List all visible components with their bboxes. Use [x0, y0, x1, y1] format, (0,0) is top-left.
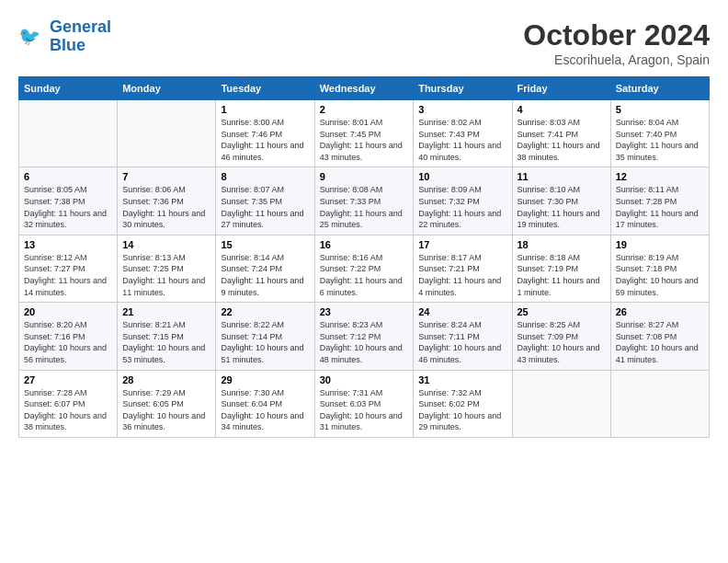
day-info: Sunrise: 8:21 AMSunset: 7:15 PMDaylight:… — [122, 319, 210, 365]
day-number: 10 — [418, 171, 506, 182]
calendar-week-row: 13Sunrise: 8:12 AMSunset: 7:27 PMDayligh… — [19, 235, 710, 302]
calendar-cell: 6Sunrise: 8:05 AMSunset: 7:38 PMDaylight… — [19, 167, 118, 235]
day-info: Sunrise: 8:11 AMSunset: 7:28 PMDaylight:… — [616, 184, 704, 230]
calendar-week-row: 27Sunrise: 7:28 AMSunset: 6:07 PMDayligh… — [19, 370, 710, 437]
day-number: 16 — [320, 239, 409, 250]
day-number: 1 — [221, 104, 309, 115]
day-number: 25 — [518, 306, 606, 317]
day-info: Sunrise: 8:06 AMSunset: 7:36 PMDaylight:… — [122, 184, 210, 230]
day-info: Sunrise: 8:23 AMSunset: 7:12 PMDaylight:… — [320, 319, 409, 365]
day-info: Sunrise: 7:30 AMSunset: 6:04 PMDaylight:… — [221, 387, 309, 433]
day-info: Sunrise: 8:14 AMSunset: 7:24 PMDaylight:… — [221, 252, 309, 298]
calendar-cell: 3Sunrise: 8:02 AMSunset: 7:43 PMDaylight… — [414, 100, 512, 167]
day-info: Sunrise: 8:05 AMSunset: 7:38 PMDaylight:… — [24, 184, 112, 230]
calendar-cell: 11Sunrise: 8:10 AMSunset: 7:30 PMDayligh… — [512, 167, 610, 235]
calendar-cell: 26Sunrise: 8:27 AMSunset: 7:08 PMDayligh… — [610, 303, 709, 370]
day-info: Sunrise: 8:27 AMSunset: 7:08 PMDaylight:… — [616, 319, 704, 365]
day-info: Sunrise: 8:19 AMSunset: 7:18 PMDaylight:… — [616, 252, 704, 298]
calendar-cell — [512, 370, 610, 437]
day-info: Sunrise: 8:24 AMSunset: 7:11 PMDaylight:… — [418, 319, 506, 365]
day-info: Sunrise: 8:18 AMSunset: 7:19 PMDaylight:… — [518, 252, 606, 298]
calendar-cell — [118, 100, 216, 167]
day-header-thursday: Thursday — [414, 77, 512, 100]
day-number: 6 — [24, 171, 112, 182]
day-number: 4 — [518, 104, 606, 115]
calendar-cell: 21Sunrise: 8:21 AMSunset: 7:15 PMDayligh… — [118, 303, 216, 370]
day-number: 22 — [221, 306, 309, 317]
day-number: 15 — [221, 239, 309, 250]
day-header-wednesday: Wednesday — [314, 77, 414, 100]
logo-icon: 🐦 — [18, 23, 46, 51]
calendar-cell: 5Sunrise: 8:04 AMSunset: 7:40 PMDaylight… — [610, 100, 709, 167]
day-number: 26 — [616, 306, 704, 317]
day-info: Sunrise: 8:12 AMSunset: 7:27 PMDaylight:… — [24, 252, 112, 298]
month-title: October 2024 — [523, 18, 710, 52]
day-info: Sunrise: 8:09 AMSunset: 7:32 PMDaylight:… — [418, 184, 506, 230]
day-info: Sunrise: 7:28 AMSunset: 6:07 PMDaylight:… — [24, 387, 112, 433]
location-subtitle: Escorihuela, Aragon, Spain — [523, 52, 710, 67]
day-info: Sunrise: 8:25 AMSunset: 7:09 PMDaylight:… — [518, 319, 606, 365]
day-number: 29 — [221, 374, 309, 385]
day-info: Sunrise: 8:02 AMSunset: 7:43 PMDaylight:… — [418, 117, 506, 163]
day-number: 2 — [320, 104, 409, 115]
day-number: 20 — [24, 306, 112, 317]
calendar-cell: 12Sunrise: 8:11 AMSunset: 7:28 PMDayligh… — [610, 167, 709, 235]
day-number: 8 — [221, 171, 309, 182]
logo: 🐦 General Blue — [18, 18, 111, 55]
day-header-monday: Monday — [118, 77, 216, 100]
calendar-cell: 30Sunrise: 7:31 AMSunset: 6:03 PMDayligh… — [314, 370, 414, 437]
calendar-cell: 25Sunrise: 8:25 AMSunset: 7:09 PMDayligh… — [512, 303, 610, 370]
day-info: Sunrise: 8:03 AMSunset: 7:41 PMDaylight:… — [518, 117, 606, 163]
day-number: 5 — [616, 104, 704, 115]
day-number: 9 — [320, 171, 409, 182]
day-number: 3 — [418, 104, 506, 115]
day-info: Sunrise: 8:13 AMSunset: 7:25 PMDaylight:… — [122, 252, 210, 298]
calendar-cell: 4Sunrise: 8:03 AMSunset: 7:41 PMDaylight… — [512, 100, 610, 167]
day-number: 18 — [518, 239, 606, 250]
day-header-saturday: Saturday — [610, 77, 709, 100]
calendar-cell: 23Sunrise: 8:23 AMSunset: 7:12 PMDayligh… — [314, 303, 414, 370]
day-info: Sunrise: 8:01 AMSunset: 7:45 PMDaylight:… — [320, 117, 409, 163]
day-info: Sunrise: 8:17 AMSunset: 7:21 PMDaylight:… — [418, 252, 506, 298]
day-number: 7 — [122, 171, 210, 182]
calendar-cell: 29Sunrise: 7:30 AMSunset: 6:04 PMDayligh… — [216, 370, 314, 437]
day-info: Sunrise: 8:07 AMSunset: 7:35 PMDaylight:… — [221, 184, 309, 230]
day-info: Sunrise: 8:08 AMSunset: 7:33 PMDaylight:… — [320, 184, 409, 230]
calendar-cell — [610, 370, 709, 437]
calendar-cell: 14Sunrise: 8:13 AMSunset: 7:25 PMDayligh… — [118, 235, 216, 302]
calendar-cell: 15Sunrise: 8:14 AMSunset: 7:24 PMDayligh… — [216, 235, 314, 302]
day-info: Sunrise: 8:04 AMSunset: 7:40 PMDaylight:… — [616, 117, 704, 163]
svg-text:🐦: 🐦 — [18, 25, 41, 47]
title-block: October 2024 Escorihuela, Aragon, Spain — [523, 18, 710, 67]
calendar-table: SundayMondayTuesdayWednesdayThursdayFrid… — [18, 76, 710, 438]
day-number: 12 — [616, 171, 704, 182]
calendar-cell: 7Sunrise: 8:06 AMSunset: 7:36 PMDaylight… — [118, 167, 216, 235]
day-number: 21 — [122, 306, 210, 317]
calendar-cell: 1Sunrise: 8:00 AMSunset: 7:46 PMDaylight… — [216, 100, 314, 167]
day-number: 17 — [418, 239, 506, 250]
logo-text: General Blue — [50, 18, 111, 55]
calendar-week-row: 1Sunrise: 8:00 AMSunset: 7:46 PMDaylight… — [19, 100, 710, 167]
calendar-cell: 31Sunrise: 7:32 AMSunset: 6:02 PMDayligh… — [414, 370, 512, 437]
day-number: 30 — [320, 374, 409, 385]
day-info: Sunrise: 8:22 AMSunset: 7:14 PMDaylight:… — [221, 319, 309, 365]
day-header-friday: Friday — [512, 77, 610, 100]
calendar-cell: 22Sunrise: 8:22 AMSunset: 7:14 PMDayligh… — [216, 303, 314, 370]
day-number: 27 — [24, 374, 112, 385]
calendar-cell: 16Sunrise: 8:16 AMSunset: 7:22 PMDayligh… — [314, 235, 414, 302]
calendar-cell: 10Sunrise: 8:09 AMSunset: 7:32 PMDayligh… — [414, 167, 512, 235]
day-info: Sunrise: 8:16 AMSunset: 7:22 PMDaylight:… — [320, 252, 409, 298]
day-info: Sunrise: 8:00 AMSunset: 7:46 PMDaylight:… — [221, 117, 309, 163]
calendar-cell: 13Sunrise: 8:12 AMSunset: 7:27 PMDayligh… — [19, 235, 118, 302]
calendar-cell: 24Sunrise: 8:24 AMSunset: 7:11 PMDayligh… — [414, 303, 512, 370]
calendar-cell: 17Sunrise: 8:17 AMSunset: 7:21 PMDayligh… — [414, 235, 512, 302]
day-info: Sunrise: 7:29 AMSunset: 6:05 PMDaylight:… — [122, 387, 210, 433]
day-number: 13 — [24, 239, 112, 250]
day-number: 11 — [518, 171, 606, 182]
calendar-cell — [19, 100, 118, 167]
day-number: 14 — [122, 239, 210, 250]
day-info: Sunrise: 7:31 AMSunset: 6:03 PMDaylight:… — [320, 387, 409, 433]
day-number: 24 — [418, 306, 506, 317]
calendar-body: 1Sunrise: 8:00 AMSunset: 7:46 PMDaylight… — [19, 100, 710, 438]
page-header: 🐦 General Blue October 2024 Escorihuela,… — [18, 18, 710, 67]
